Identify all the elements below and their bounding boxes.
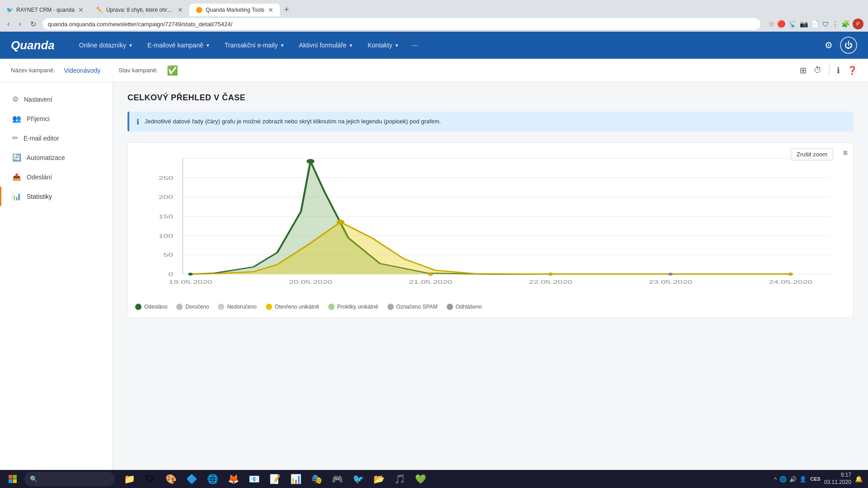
tab-close-2[interactable]: ✕ (178, 6, 183, 14)
taskbar-search[interactable]: 🔍 (24, 472, 115, 486)
nav-item-kampane[interactable]: E-mailové kampaně ▼ (141, 37, 217, 54)
campaign-name-label: Název kampaně: (11, 67, 55, 74)
bookmark-icon[interactable]: ☆ (769, 20, 774, 28)
browser-tab-1[interactable]: 🐦 RAYNET CRM - quanda ✕ (0, 4, 90, 16)
photoshop-icon: 🎭 (311, 474, 322, 484)
taskbar-app3[interactable]: 🎨 (161, 470, 181, 488)
tab-label-1: RAYNET CRM - quanda (16, 7, 75, 13)
start-button[interactable] (2, 470, 24, 488)
nav-item-kontakty[interactable]: Kontakty ▼ (361, 37, 405, 54)
sidebar-label-automatizace: Automatizace (27, 154, 65, 161)
sidebar-label-odeslani: Odeslání (27, 174, 52, 181)
browser-tab-2[interactable]: ✏️ Úprava: 8 chyb, které ohrožují m... ✕ (90, 4, 189, 16)
svg-text:50: 50 (163, 252, 173, 258)
svg-point-30 (548, 272, 553, 275)
tab-close-1[interactable]: ✕ (78, 6, 84, 14)
chart-legend: Odesláno Doručeno Nedoručeno Otevřeno un… (135, 304, 846, 310)
legend-doruceno[interactable]: Doručeno (176, 304, 209, 310)
taskbar-items: 📁 🛡 🎨 🔷 🌐 🦊 📧 📝 📊 🎭 🎮 (116, 470, 769, 488)
sidebar-item-prijemci[interactable]: 👥 Příjemci (0, 109, 113, 128)
refresh-icon: 🔄 (12, 153, 21, 162)
taskbar-photoshop[interactable]: 🎭 (307, 470, 326, 488)
caret-icon-3: ▼ (349, 43, 353, 48)
power-button[interactable]: ⏻ (840, 37, 857, 54)
tab-close-3[interactable]: ✕ (268, 6, 274, 14)
info-banner-text: Jednotlivé datové řady (čáry) grafu je m… (145, 117, 441, 126)
forward-button[interactable]: › (16, 19, 24, 29)
svg-text:23.05.2020: 23.05.2020 (649, 279, 692, 285)
taskbar-app7[interactable]: 📧 (244, 470, 264, 488)
app12-icon: 📂 (373, 474, 385, 484)
chevron-up-icon[interactable]: ^ (774, 476, 777, 483)
back-button[interactable]: ‹ (5, 19, 12, 29)
network-icon[interactable]: 🌐 (779, 476, 787, 483)
pdf-icon[interactable]: 📄 (811, 20, 820, 28)
legend-otevreno[interactable]: Otevřeno unikátně (266, 304, 319, 310)
nav-item-transakcni[interactable]: Transakční e-maily ▼ (218, 37, 291, 54)
clock-icon[interactable]: ⏱ (814, 66, 822, 75)
taskbar-app2[interactable]: 🛡 (140, 470, 160, 488)
taskbar-app11[interactable]: 🐦 (348, 470, 368, 488)
puzzle-icon[interactable]: 🧩 (841, 20, 850, 28)
nav-item-dotazníky[interactable]: Online dotazníky ▼ (73, 37, 139, 54)
nav-more-button[interactable]: ··· (407, 37, 423, 54)
app4-icon: 🔷 (186, 474, 198, 484)
taskbar-excel[interactable]: 📊 (286, 470, 306, 488)
notification-bell-icon[interactable]: 🔔 (855, 475, 863, 483)
refresh-button[interactable]: ↻ (28, 19, 39, 29)
legend-prokliky[interactable]: Prokliky unikátně (328, 304, 378, 310)
camera-icon[interactable]: 📷 (800, 20, 808, 28)
legend-dot-doruceno (176, 304, 183, 310)
address-bar[interactable]: quanda.onquanda.com/newsletter/campaign/… (42, 18, 760, 30)
sidebar-item-email-editor[interactable]: ✏ E-mail editor (0, 128, 113, 148)
legend-label-doruceno: Doručeno (185, 304, 209, 310)
taskbar-steam[interactable]: 🎮 (327, 470, 347, 488)
taskbar-app5[interactable]: 🌐 (203, 470, 222, 488)
campaign-header: Název kampaně: Videonávody Stav kampaně:… (0, 59, 868, 82)
legend-odhlaseno[interactable]: Odhlášeno (447, 304, 482, 310)
sidebar-item-odeslani[interactable]: 📤 Odeslání (0, 167, 113, 187)
edit-icon: ✏ (12, 134, 18, 142)
sidebar-item-automatizace[interactable]: 🔄 Automatizace (0, 148, 113, 167)
legend-spam[interactable]: Označeno SPAM (387, 304, 438, 310)
taskbar-file-explorer[interactable]: 📁 (119, 470, 139, 488)
legend-odeslano[interactable]: Odesláno (135, 304, 167, 310)
top-navigation: Quanda Online dotazníky ▼ E-mailové kamp… (0, 32, 868, 59)
nav-item-formulare[interactable]: Aktivní formuláře ▼ (292, 37, 359, 54)
notification-area: CES (810, 476, 821, 482)
app5-icon: 🌐 (207, 474, 218, 484)
legend-nedoruceno[interactable]: Nedoručeno (218, 304, 256, 310)
profile-avatar[interactable]: P (853, 19, 863, 29)
app-logo[interactable]: Quanda (11, 38, 55, 52)
copy-icon[interactable]: ⊞ (800, 66, 807, 75)
taskbar-app4[interactable]: 🔷 (182, 470, 202, 488)
rss-icon[interactable]: 📡 (788, 20, 797, 28)
taskbar-app6[interactable]: 🦊 (223, 470, 243, 488)
svg-text:100: 100 (159, 233, 173, 239)
sidebar-item-statistiky[interactable]: 📊 Statistiky (0, 187, 113, 206)
sidebar: ⚙ Nastavení 👥 Příjemci ✏ E-mail editor 🔄… (0, 82, 113, 488)
legend-label-nedoruceno: Nedoručeno (227, 304, 256, 310)
volume-icon[interactable]: 🔊 (789, 476, 797, 483)
info-icon[interactable]: ℹ (837, 66, 840, 75)
sidebar-item-nastaveni[interactable]: ⚙ Nastavení (0, 89, 113, 109)
taskbar-spotify[interactable]: 🎵 (390, 470, 410, 488)
svg-rect-35 (13, 479, 17, 483)
taskbar-app14[interactable]: 💚 (410, 470, 430, 488)
svg-point-27 (668, 272, 673, 275)
language-badge: CES (810, 476, 821, 482)
settings-gear-icon[interactable]: ⚙ (825, 40, 833, 51)
svg-text:21.05.2020: 21.05.2020 (409, 279, 452, 285)
shield-icon[interactable]: 🛡 (822, 20, 829, 28)
browser-tab-3[interactable]: 🟠 Quanda Marketing Tools ✕ (189, 4, 280, 16)
extensions-icon[interactable]: 🔴 (777, 20, 786, 28)
system-clock[interactable]: 9:17 03.11.2020 (824, 472, 851, 486)
new-tab-button[interactable]: + (280, 3, 294, 16)
legend-label-odhlaseno: Odhlášeno (456, 304, 482, 310)
people-network-icon[interactable]: 👤 (799, 476, 807, 483)
taskbar-word[interactable]: 📝 (265, 470, 285, 488)
taskbar-app12[interactable]: 📂 (369, 470, 389, 488)
svg-text:19.05.2020: 19.05.2020 (169, 279, 212, 285)
help-icon[interactable]: ❓ (847, 66, 857, 75)
settings-icon[interactable]: ⋮ (832, 20, 839, 28)
